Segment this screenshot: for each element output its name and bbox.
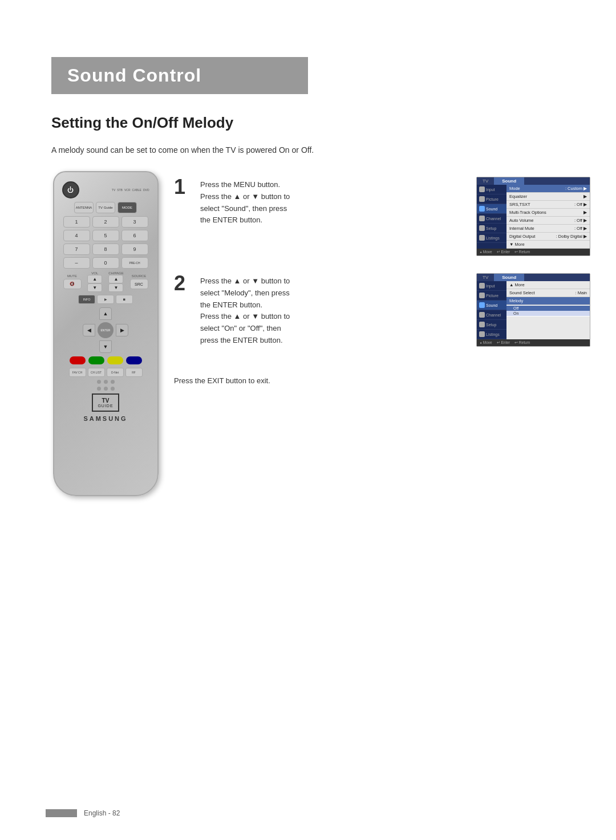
dpad-left-button[interactable]: ◀ bbox=[83, 324, 95, 336]
dot-4 bbox=[97, 387, 101, 391]
menu-item-internalmute: Internal Mute: Off ▶ bbox=[506, 225, 590, 233]
menu-top-bar-2: TV Sound bbox=[477, 274, 590, 281]
dot-3 bbox=[111, 380, 115, 384]
indicator-dots bbox=[60, 380, 152, 384]
menu-item-multitrack: Multi-Track Options▶ bbox=[506, 209, 590, 217]
enter-button[interactable]: ENTER bbox=[98, 322, 114, 338]
menu-item-srs: SRS,TSXT: Off ▶ bbox=[506, 201, 590, 209]
menu-setup: Setup bbox=[477, 224, 506, 233]
menu-item-more: ▼ More bbox=[506, 241, 590, 249]
menu-bottom-bar-2: ⬥ Move↵ Enter↩ Return bbox=[477, 339, 590, 346]
guide-logo-text: GUIDE bbox=[98, 404, 113, 408]
dot-5 bbox=[104, 387, 108, 391]
remote-body: ⏻ TVSTBVCRCABLEDVD ANTENNA TV Guide MODE… bbox=[53, 171, 159, 496]
menu2-item-melody: Melody bbox=[506, 297, 590, 305]
sound-tab-1: Sound bbox=[494, 177, 524, 185]
menu-sidebar-1: Input Picture Sound Channel Setup Listin… bbox=[477, 185, 590, 249]
num-9[interactable]: 9 bbox=[121, 244, 148, 255]
number-pad: 1 2 3 4 5 6 7 8 9 – 0 PRE-CH bbox=[63, 216, 148, 269]
dot-1 bbox=[97, 380, 101, 384]
dpad-down-button[interactable]: ▼ bbox=[99, 340, 112, 353]
vol-up-button[interactable]: ▲ bbox=[87, 275, 102, 283]
dpad-right-button[interactable]: ▶ bbox=[116, 324, 128, 336]
menu-screenshot-1: TV Sound Input Picture Sound Channel Set… bbox=[476, 177, 590, 256]
num-1[interactable]: 1 bbox=[63, 216, 90, 228]
source-labels: TVSTBVCRCABLEDVD bbox=[112, 188, 149, 192]
menu-screenshot-2: TV Sound Input Picture Sound Channel Set… bbox=[476, 273, 590, 347]
num-7[interactable]: 7 bbox=[63, 244, 90, 255]
samsung-logo: SAMSUNG bbox=[60, 415, 152, 422]
menu-bottom-bar-1: ⬥ Move↵ Enter↩ Return bbox=[477, 249, 590, 255]
num-6[interactable]: 6 bbox=[121, 230, 148, 241]
num-4[interactable]: 4 bbox=[63, 230, 90, 241]
ch-list-button[interactable]: CH LIST bbox=[88, 368, 105, 377]
color-buttons bbox=[60, 356, 152, 364]
tv-guide-button[interactable]: TV Guide bbox=[96, 202, 115, 213]
dot-6 bbox=[111, 387, 115, 391]
antenna-button[interactable]: ANTENNA bbox=[74, 202, 94, 213]
menu2-sound-active: Sound bbox=[477, 301, 506, 310]
num-3[interactable]: 3 bbox=[121, 216, 148, 228]
menu-right-1: Mode: Custom ▶ Equalizer▶ SRS,TSXT: Off … bbox=[506, 185, 590, 249]
red-button[interactable] bbox=[70, 356, 86, 364]
mode-button[interactable]: MODE bbox=[117, 202, 137, 213]
menu2-item-soundselect: Sound Select: Main bbox=[506, 289, 590, 297]
menu-top-bar-1: TV Sound bbox=[477, 177, 590, 185]
num-5[interactable]: 5 bbox=[92, 230, 119, 241]
menu2-setup: Setup bbox=[477, 320, 506, 330]
sound-tab-2: Sound bbox=[494, 274, 524, 281]
green-button[interactable] bbox=[88, 356, 104, 364]
tv-guide-logo: TV GUIDE bbox=[60, 393, 152, 412]
menu-left-1: Input Picture Sound Channel Setup Listin… bbox=[477, 185, 506, 249]
fav-ch-button[interactable]: FAV CH bbox=[69, 368, 86, 377]
tv-tab-1: TV bbox=[477, 177, 494, 185]
step-1: 1 Press the MENU button. Press the ▲ or … bbox=[174, 177, 590, 256]
melody-option-on: On bbox=[506, 311, 590, 316]
menu2-item-more: ▲ More bbox=[506, 281, 590, 289]
menu-item-equalizer: Equalizer▶ bbox=[506, 193, 590, 201]
ch-up-button[interactable]: ▲ bbox=[108, 275, 123, 283]
num-dash[interactable]: – bbox=[63, 257, 90, 269]
page-title: Sound Control bbox=[67, 65, 292, 86]
dpad-up-button[interactable]: ▲ bbox=[99, 307, 112, 320]
d-net-button[interactable]: D-Net bbox=[107, 368, 124, 377]
section-title: Setting the On/Off Melody bbox=[51, 114, 233, 132]
blue-button[interactable] bbox=[126, 356, 142, 364]
menu2-input: Input bbox=[477, 281, 506, 291]
pre-ch-button[interactable]: PRE-CH bbox=[121, 257, 148, 269]
rf-button[interactable]: RF bbox=[125, 368, 143, 377]
menu-right-2: ▲ More Sound Select: Main Melody Off On bbox=[506, 281, 590, 339]
mute-button[interactable]: 🔇 bbox=[63, 279, 82, 289]
header-bar: Sound Control bbox=[51, 57, 308, 94]
func2-button[interactable]: ⏹ bbox=[116, 295, 133, 304]
menu-sidebar-2: Input Picture Sound Channel Setup Listin… bbox=[477, 281, 590, 339]
melody-option-off: Off bbox=[506, 306, 590, 311]
num-0[interactable]: 0 bbox=[92, 257, 119, 269]
num-8[interactable]: 8 bbox=[92, 244, 119, 255]
melody-options-container: Off On bbox=[506, 305, 590, 316]
menu-left-2: Input Picture Sound Channel Setup Listin… bbox=[477, 281, 506, 339]
func1-button[interactable]: ▶ bbox=[97, 295, 114, 304]
step-2-text: Press the ▲ or ▼ button to select "Melod… bbox=[200, 273, 467, 347]
source-button[interactable]: SRC bbox=[130, 279, 148, 289]
dot-2 bbox=[104, 380, 108, 384]
menu-picture: Picture bbox=[477, 194, 506, 204]
menu-listings: Listings bbox=[477, 233, 506, 243]
footer-text: English - 82 bbox=[84, 809, 120, 817]
num-2[interactable]: 2 bbox=[92, 216, 119, 228]
mute-label: MUTE bbox=[67, 274, 77, 278]
power-button[interactable]: ⏻ bbox=[62, 181, 79, 198]
vol-down-button[interactable]: ▼ bbox=[87, 283, 102, 292]
menu-channel: Channel bbox=[477, 214, 506, 224]
info-button[interactable]: INFO bbox=[78, 295, 95, 304]
yellow-button[interactable] bbox=[107, 356, 123, 364]
ch-down-button[interactable]: ▼ bbox=[108, 283, 123, 292]
step-1-number: 1 bbox=[174, 177, 191, 256]
dpad-area: ▲ ◀ ENTER ▶ ▼ bbox=[60, 307, 152, 353]
menu2-picture: Picture bbox=[477, 291, 506, 301]
menu-sound-active: Sound bbox=[477, 204, 506, 214]
steps-area: 1 Press the MENU button. Press the ▲ or … bbox=[174, 177, 590, 364]
menu-item-digitaloutput: Digital Output: Dolby Digital ▶ bbox=[506, 233, 590, 241]
menu2-channel: Channel bbox=[477, 310, 506, 320]
step-2: 2 Press the ▲ or ▼ button to select "Mel… bbox=[174, 273, 590, 347]
